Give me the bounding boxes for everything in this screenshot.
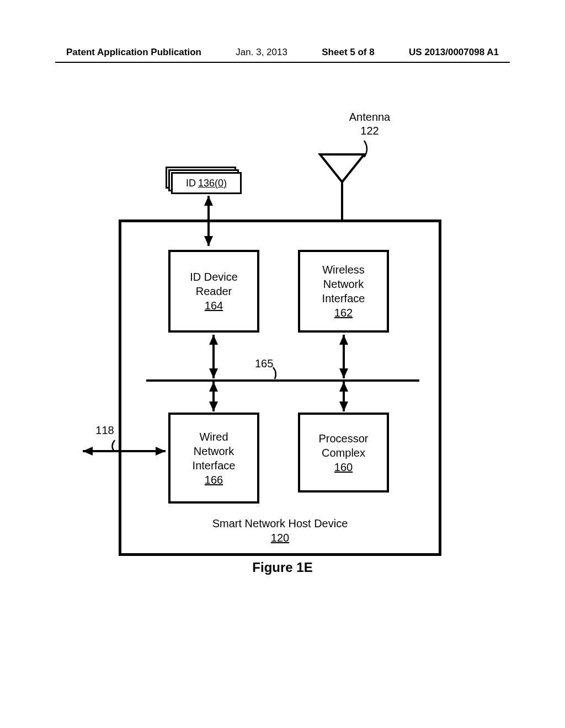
ext-link-ref: 118 <box>88 424 121 437</box>
outer-connectors <box>0 94 565 590</box>
figure-label-text: Figure 1E <box>252 560 312 575</box>
ext-link-ref-text: 118 <box>95 424 114 436</box>
svg-marker-14 <box>204 236 213 246</box>
svg-marker-16 <box>83 447 93 456</box>
pub-no: US 2013/0007098 A1 <box>409 47 499 58</box>
pub-date: Jan. 3, 2013 <box>236 47 287 58</box>
header-rule <box>55 62 510 63</box>
page-header: Patent Application Publication Jan. 3, 2… <box>0 47 565 63</box>
svg-marker-13 <box>204 196 213 206</box>
figure-label: Figure 1E <box>0 560 565 575</box>
diagram: Antenna 122 ID 136(0) ID Device Reader 1… <box>0 94 565 590</box>
sheet-no: Sheet 5 of 8 <box>322 47 374 58</box>
svg-marker-17 <box>156 447 166 456</box>
doc-type: Patent Application Publication <box>66 47 201 58</box>
